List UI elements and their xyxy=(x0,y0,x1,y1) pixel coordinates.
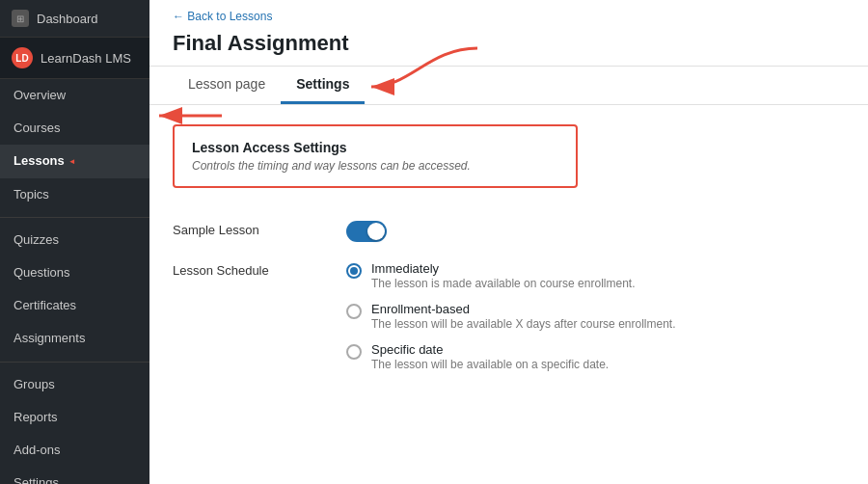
lesson-access-settings-box: Lesson Access Settings Controls the timi… xyxy=(173,124,578,188)
radio-circle-specific-date xyxy=(346,344,362,360)
sidebar-item-quizzes[interactable]: Quizzes xyxy=(0,224,149,256)
brand-item: LD LearnDash LMS xyxy=(0,38,149,79)
dashboard-item[interactable]: ⊞ Dashboard xyxy=(0,0,149,38)
sidebar-item-label: Reports xyxy=(14,409,58,426)
sidebar-item-label: Topics xyxy=(14,186,49,203)
nav-divider-2 xyxy=(0,362,149,363)
tabs-bar: Lesson page Settings xyxy=(149,67,868,105)
main-content: ← Back to Lessons Final Assignment Lesso… xyxy=(149,0,868,484)
settings-box-description: Controls the timing and way lessons can … xyxy=(192,159,558,173)
tab-settings[interactable]: Settings xyxy=(281,67,365,104)
radio-desc-immediately: The lesson is made available on course e… xyxy=(371,277,635,290)
sidebar-item-label: Courses xyxy=(14,120,60,137)
page-title: Final Assignment xyxy=(149,27,868,67)
content-area: Lesson Access Settings Controls the timi… xyxy=(149,105,868,484)
sidebar-item-questions[interactable]: Questions xyxy=(0,256,149,289)
radio-text-specific-date: Specific date The lesson will be availab… xyxy=(371,342,609,371)
radio-text-immediately: Immediately The lesson is made available… xyxy=(371,261,635,290)
sidebar-item-settings[interactable]: Settings xyxy=(0,467,149,484)
settings-box-title: Lesson Access Settings xyxy=(192,140,558,155)
sidebar-item-label: Add-ons xyxy=(14,442,60,459)
radio-circle-enrollment xyxy=(346,304,362,319)
back-link-text: ← Back to Lessons xyxy=(173,10,272,23)
brand-label: LearnDash LMS xyxy=(41,51,131,66)
sidebar-nav: Overview Courses Lessons Topics Quizzes … xyxy=(0,79,149,484)
sidebar-item-label: Questions xyxy=(14,264,70,282)
radio-circle-immediately xyxy=(346,263,362,279)
radio-enrollment-based[interactable]: Enrollment-based The lesson will be avai… xyxy=(346,302,676,331)
radio-immediately[interactable]: Immediately The lesson is made available… xyxy=(346,261,676,290)
lesson-schedule-row: Lesson Schedule Immediately The lesson i… xyxy=(173,252,845,381)
sidebar-item-overview[interactable]: Overview xyxy=(0,79,149,112)
radio-title-enrollment: Enrollment-based xyxy=(371,302,676,316)
toggle-knob xyxy=(367,223,385,240)
sidebar-item-courses[interactable]: Courses xyxy=(0,112,149,145)
sidebar-item-label: Certificates xyxy=(14,297,76,314)
sidebar-item-label: Quizzes xyxy=(14,231,59,249)
sidebar-item-reports[interactable]: Reports xyxy=(0,401,149,434)
radio-title-specific-date: Specific date xyxy=(371,342,609,357)
sidebar-item-label: Groups xyxy=(14,376,55,393)
radio-title-immediately: Immediately xyxy=(371,261,635,276)
lesson-schedule-label: Lesson Schedule xyxy=(173,261,327,278)
radio-desc-enrollment: The lesson will be available X days afte… xyxy=(371,317,676,331)
sidebar-item-lessons[interactable]: Lessons xyxy=(0,145,149,177)
back-link[interactable]: ← Back to Lessons xyxy=(149,0,868,27)
sidebar-item-label: Lessons xyxy=(14,152,65,170)
sidebar: ⊞ Dashboard LD LearnDash LMS Overview Co… xyxy=(0,0,149,484)
radio-desc-specific-date: The lesson will be available on a specif… xyxy=(371,358,609,371)
dashboard-label: Dashboard xyxy=(37,12,98,26)
sample-lesson-toggle[interactable] xyxy=(346,221,387,242)
sidebar-item-label: Overview xyxy=(14,87,66,104)
sample-lesson-label: Sample Lesson xyxy=(173,221,327,237)
radio-options-group: Immediately The lesson is made available… xyxy=(346,261,676,371)
tab-lesson-page[interactable]: Lesson page xyxy=(173,67,281,104)
sample-lesson-row: Sample Lesson xyxy=(173,211,845,252)
sidebar-item-assignments[interactable]: Assignments xyxy=(0,322,149,355)
sidebar-item-label: Settings xyxy=(14,474,59,484)
brand-icon: LD xyxy=(12,47,33,68)
sidebar-item-label: Assignments xyxy=(14,330,85,347)
sidebar-item-topics[interactable]: Topics xyxy=(0,178,149,211)
radio-specific-date[interactable]: Specific date The lesson will be availab… xyxy=(346,342,676,371)
radio-text-enrollment: Enrollment-based The lesson will be avai… xyxy=(371,302,676,331)
nav-divider-1 xyxy=(0,217,149,218)
sidebar-item-groups[interactable]: Groups xyxy=(0,368,149,401)
sidebar-item-certificates[interactable]: Certificates xyxy=(0,289,149,322)
sidebar-item-addons[interactable]: Add-ons xyxy=(0,434,149,467)
dashboard-icon: ⊞ xyxy=(12,10,29,27)
